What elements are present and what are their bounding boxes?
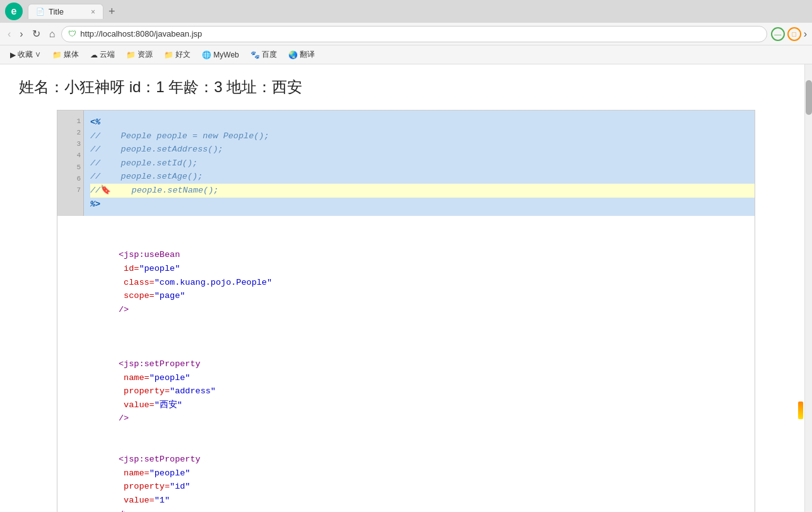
cloud-icon: ☁	[90, 51, 98, 59]
home-button[interactable]: ⌂	[47, 27, 58, 41]
commented-lines: <% // People people = new People(); // p…	[57, 116, 755, 211]
tab-file-icon: 📄	[36, 8, 45, 16]
code-block: 1 2 3 4 5 6 7 <% // People people = new …	[57, 110, 755, 512]
tab-title: Title	[49, 7, 64, 16]
bookmark-label: 收藏 ∨	[18, 49, 41, 60]
main-code-section: <jsp:useBean id="people" class="com.kuan…	[57, 216, 755, 512]
bookmark-label: 好文	[175, 49, 191, 60]
resources-icon: 📁	[126, 51, 136, 59]
nav-right-icons: — □ ›	[771, 27, 807, 41]
bookmark-label: MyWeb	[213, 51, 238, 59]
bookmark-cloud[interactable]: ☁ 云端	[85, 47, 120, 62]
title-bar: e 📄 Title × +	[0, 0, 812, 23]
code-line: <%	[90, 116, 755, 129]
commented-code-section: 1 2 3 4 5 6 7 <% // People people = new …	[57, 110, 755, 216]
scrollbar-track[interactable]	[804, 64, 812, 512]
nav-bar: ‹ › ↻ ⌂ 🛡 http://localhost:8080/javabean…	[0, 23, 812, 45]
code-line: %>	[90, 198, 755, 211]
tab-close-button[interactable]: ×	[91, 8, 95, 16]
code-line	[68, 330, 744, 344]
usebean-line: <jsp:useBean id="people" class="com.kuan…	[68, 235, 744, 330]
active-tab[interactable]: 📄 Title ×	[28, 4, 103, 19]
code-line: // people.setAge();	[90, 170, 755, 184]
bookmark-label: 媒体	[64, 49, 79, 60]
side-accent-bar	[798, 402, 803, 419]
minimize-button[interactable]: —	[771, 27, 785, 41]
favorites-arrow-icon: ▶	[10, 51, 16, 59]
bookmark-label: 翻译	[300, 49, 315, 60]
bookmark-translate[interactable]: 🌏 翻译	[283, 47, 320, 62]
page-content: 姓名：小狂神呀 id：1 年龄：3 地址：西安 1 2 3 4 5 6 7 <%…	[0, 64, 812, 512]
back-button[interactable]: ‹	[5, 27, 13, 41]
translate-icon: 🌏	[288, 51, 298, 59]
page-heading: 姓名：小狂神呀 id：1 年龄：3 地址：西安	[19, 77, 793, 97]
browser-logo: e	[5, 3, 23, 20]
media-icon: 📁	[52, 51, 62, 59]
myweb-icon: 🌐	[202, 51, 211, 59]
bookmark-baidu[interactable]: 🐾 百度	[245, 47, 282, 62]
code-line-highlighted: //🔖 people.setName();	[90, 184, 755, 198]
security-icon: 🛡	[68, 29, 76, 39]
bookmark-resources[interactable]: 📁 资源	[121, 47, 158, 62]
bookmark-label: 百度	[262, 49, 277, 60]
code-line: // people.setId();	[90, 157, 755, 170]
more-button[interactable]: ›	[804, 28, 807, 40]
setproperty-id: <jsp:setProperty name="people" property=…	[68, 439, 744, 512]
code-line: // people.setAddress();	[90, 143, 755, 157]
refresh-button[interactable]: ↻	[30, 27, 43, 41]
baidu-icon: 🐾	[250, 51, 260, 59]
forward-button[interactable]: ›	[17, 27, 25, 41]
new-tab-button[interactable]: +	[105, 4, 119, 20]
bookmark-label: 云端	[100, 49, 115, 60]
bookmarks-bar: ▶ 收藏 ∨ 📁 媒体 ☁ 云端 📁 资源 📁 好文 🌐 MyWeb 🐾 百度 …	[0, 45, 812, 64]
code-line: // People people = new People();	[90, 129, 755, 143]
browser-window: e 📄 Title × + ‹ › ↻ ⌂ 🛡 http://localhost…	[0, 0, 812, 512]
setproperty-address: <jsp:setProperty name="people" property=…	[68, 344, 744, 439]
bookmark-label: 资源	[138, 49, 153, 60]
scrollbar-thumb[interactable]	[806, 80, 812, 115]
line-numbers: 1 2 3 4 5 6 7	[57, 110, 84, 216]
articles-icon: 📁	[164, 51, 174, 59]
url-text: http://localhost:8080/javabean.jsp	[80, 29, 760, 39]
bookmark-favorites[interactable]: ▶ 收藏 ∨	[5, 47, 46, 62]
bookmark-myweb[interactable]: 🌐 MyWeb	[197, 49, 244, 61]
maximize-button[interactable]: □	[787, 27, 801, 41]
tab-bar: 📄 Title × +	[28, 4, 807, 20]
bookmark-media[interactable]: 📁 媒体	[47, 47, 84, 62]
code-line	[68, 221, 744, 235]
address-bar[interactable]: 🛡 http://localhost:8080/javabean.jsp	[61, 26, 767, 42]
bookmark-articles[interactable]: 📁 好文	[159, 47, 196, 62]
